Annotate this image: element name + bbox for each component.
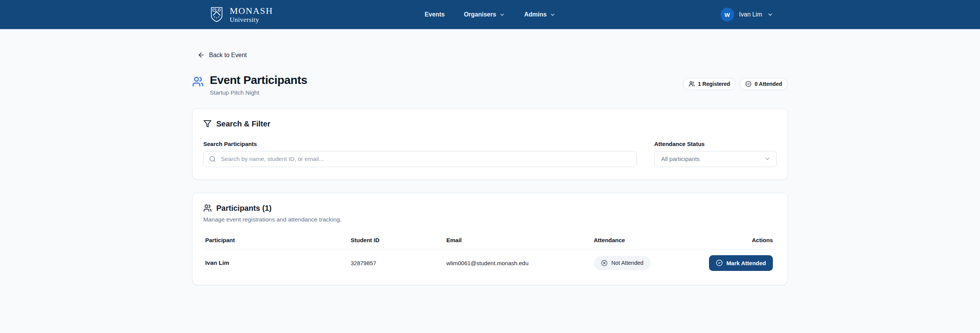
- search-filter-card: Search & Filter Search Participants Atte…: [192, 108, 788, 180]
- table-header-row: Participant Student ID Email Attendance …: [203, 232, 777, 249]
- mark-attended-button[interactable]: Mark Attended: [709, 255, 773, 271]
- brand-text: MONASH University: [230, 6, 273, 23]
- stats-badges: 1 Registered 0 Attended: [683, 78, 788, 90]
- monash-shield-icon: [209, 6, 225, 23]
- page-title: Event Participants: [210, 74, 307, 86]
- check-circle-icon: [745, 81, 751, 87]
- user-menu[interactable]: W Ivan Lim: [720, 8, 773, 21]
- back-link-label: Back to Event: [209, 52, 247, 59]
- attended-badge-label: 0 Attended: [755, 81, 782, 87]
- filter-card-title: Search & Filter: [216, 120, 270, 128]
- nav-link-admins-label: Admins: [524, 11, 547, 18]
- participant-student-id: 32879857: [351, 260, 446, 266]
- column-header-participant: Participant: [205, 232, 351, 249]
- filter-controls: Search Participants Attendance Status Al…: [203, 141, 777, 167]
- arrow-left-icon: [198, 51, 205, 59]
- participant-name: Ivan Lim: [205, 259, 351, 266]
- nav-links: Events Organisers Admins: [425, 11, 555, 18]
- participants-table: Participant Student ID Email Attendance …: [203, 232, 777, 271]
- participants-card-subtitle: Manage event registrations and attendanc…: [203, 216, 777, 223]
- chevron-down-icon: [767, 11, 773, 18]
- nav-link-events[interactable]: Events: [425, 11, 444, 18]
- table-row: Ivan Lim 32879857 wlim0061@student.monas…: [203, 249, 777, 271]
- back-to-event-link[interactable]: Back to Event: [198, 51, 247, 59]
- check-circle-icon: [716, 259, 723, 266]
- nav-link-admins[interactable]: Admins: [524, 11, 555, 18]
- registered-badge: 1 Registered: [683, 78, 736, 90]
- participant-email: wlim0061@student.monash.edu: [446, 260, 594, 266]
- participants-card-header: Participants (1): [203, 204, 777, 213]
- status-label: Attendance Status: [654, 141, 777, 147]
- search-input[interactable]: [203, 151, 637, 167]
- column-header-email: Email: [446, 232, 594, 249]
- registered-badge-label: 1 Registered: [698, 81, 730, 87]
- search-label: Search Participants: [203, 141, 637, 147]
- title-group: Event Participants Startup Pitch Night: [192, 74, 307, 96]
- avatar: W: [720, 8, 734, 21]
- top-navbar: MONASH University Events Organisers Admi…: [0, 0, 980, 29]
- column-header-student-id: Student ID: [351, 232, 446, 249]
- page-header: Event Participants Startup Pitch Night 1…: [192, 74, 788, 96]
- brand-name: MONASH: [230, 6, 273, 15]
- status-badge: Not Attended: [594, 256, 651, 270]
- users-icon: [689, 81, 695, 87]
- user-name: Ivan Lim: [739, 11, 762, 18]
- search-wrap: [203, 151, 637, 167]
- nav-link-events-label: Events: [425, 11, 444, 18]
- attendance-status-value: All participants: [661, 156, 700, 162]
- participants-card: Participants (1) Manage event registrati…: [192, 193, 788, 285]
- mark-attended-label: Mark Attended: [726, 260, 766, 266]
- search-field-group: Search Participants: [203, 141, 637, 167]
- column-header-attendance: Attendance: [594, 232, 709, 249]
- monash-logo[interactable]: MONASH University: [209, 6, 273, 23]
- filter-icon: [203, 120, 212, 128]
- chevron-down-icon: [764, 156, 771, 162]
- column-header-actions: Actions: [752, 232, 773, 249]
- nav-link-organisers-label: Organisers: [464, 11, 496, 18]
- attendance-status-select[interactable]: All participants: [654, 151, 777, 167]
- x-circle-icon: [601, 260, 608, 266]
- title-block: Event Participants Startup Pitch Night: [210, 74, 307, 96]
- status-badge-label: Not Attended: [611, 260, 644, 266]
- attended-badge: 0 Attended: [740, 78, 788, 90]
- actions-cell: Mark Attended: [709, 255, 773, 271]
- users-icon: [203, 204, 212, 212]
- status-field-group: Attendance Status All participants: [654, 141, 777, 167]
- main-content: Back to Event Event Participants Startup…: [192, 29, 788, 285]
- filter-card-header: Search & Filter: [203, 120, 777, 128]
- nav-link-organisers[interactable]: Organisers: [464, 11, 505, 18]
- users-icon: [192, 76, 204, 96]
- participants-card-title: Participants (1): [216, 204, 271, 213]
- attendance-cell: Not Attended: [594, 256, 709, 270]
- brand-subname: University: [230, 16, 273, 23]
- chevron-down-icon: [499, 12, 505, 18]
- search-icon: [209, 156, 216, 162]
- chevron-down-icon: [550, 12, 555, 18]
- event-name: Startup Pitch Night: [210, 89, 307, 96]
